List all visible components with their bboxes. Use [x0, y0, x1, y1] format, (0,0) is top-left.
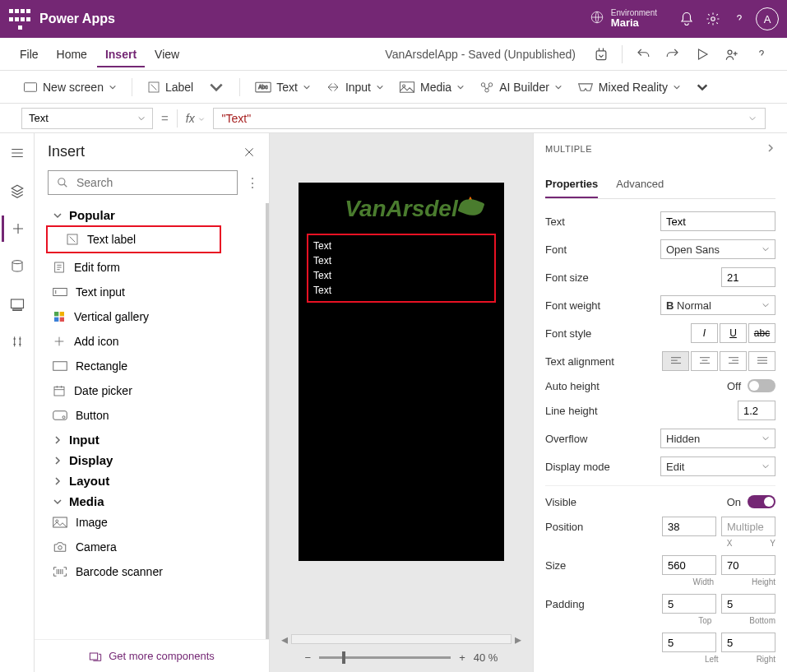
menu-home[interactable]: Home — [49, 41, 95, 67]
prop-text-input[interactable] — [660, 211, 775, 231]
text-dropdown[interactable]: Abc Text — [250, 77, 316, 97]
menu-insert[interactable]: Insert — [97, 41, 145, 67]
group-layout[interactable]: Layout — [35, 469, 266, 489]
undo-icon[interactable] — [629, 40, 657, 68]
svg-rect-14 — [12, 309, 21, 311]
ribbon-overflow-icon[interactable] — [691, 77, 714, 97]
help-icon[interactable] — [726, 6, 752, 32]
prop-x-input[interactable] — [662, 517, 716, 536]
item-vertical-gallery[interactable]: Vertical gallery — [35, 304, 266, 329]
media-panel-icon[interactable] — [2, 291, 33, 317]
selection-name: MULTIPLE — [545, 144, 592, 154]
prop-pad-top-input[interactable] — [662, 594, 716, 614]
help-question-icon[interactable] — [748, 40, 775, 68]
group-popular[interactable]: Popular — [35, 203, 266, 224]
prop-fontsize-input[interactable] — [721, 267, 775, 287]
expand-properties-icon[interactable] — [766, 143, 775, 155]
tab-advanced[interactable]: Advanced — [616, 173, 664, 198]
selected-labels-group[interactable]: Text Text Text Text — [307, 234, 496, 303]
svg-rect-13 — [11, 299, 23, 308]
prop-lineheight-input[interactable] — [738, 401, 775, 420]
app-checker-icon[interactable] — [587, 40, 615, 68]
menu-file[interactable]: File — [12, 41, 47, 67]
canvas-text-4[interactable]: Text — [313, 283, 489, 298]
visible-toggle[interactable] — [748, 495, 775, 508]
item-text-label[interactable]: Text label — [48, 227, 220, 252]
user-avatar[interactable]: A — [756, 7, 779, 30]
prop-width-input[interactable] — [662, 555, 716, 575]
prop-fontweight-dropdown[interactable]: B Normal — [660, 295, 775, 315]
panel-more-icon[interactable]: ⋮ — [246, 175, 259, 191]
tools-icon[interactable] — [2, 329, 33, 355]
media-dropdown[interactable]: Media — [394, 77, 470, 97]
group-input[interactable]: Input — [35, 428, 266, 448]
search-input[interactable] — [48, 170, 238, 195]
input-dropdown[interactable]: Input — [321, 77, 389, 97]
insert-items: Popular Text label Edit form Text input … — [35, 203, 269, 639]
tree-view-icon[interactable] — [2, 140, 33, 166]
auto-height-toggle[interactable] — [748, 379, 775, 392]
item-button[interactable]: Button — [35, 403, 266, 428]
italic-button[interactable]: I — [691, 323, 718, 343]
properties-panel: MULTIPLE Properties Advanced Text Font O… — [533, 133, 787, 672]
zoom-slider[interactable] — [319, 656, 451, 659]
item-text-input[interactable]: Text input — [35, 280, 266, 304]
font-style-buttons: I U abc — [691, 323, 775, 343]
strike-button[interactable]: abc — [748, 323, 775, 343]
formula-input[interactable]: "Text" — [213, 108, 766, 129]
underline-button[interactable]: U — [720, 323, 747, 343]
menu-view[interactable]: View — [146, 41, 187, 67]
data-icon[interactable] — [2, 253, 33, 280]
tab-properties[interactable]: Properties — [545, 173, 598, 198]
get-more-components[interactable]: Get more components — [35, 639, 269, 672]
prop-displaymode-dropdown[interactable]: Edit — [660, 456, 775, 476]
svg-rect-19 — [54, 312, 58, 316]
item-camera[interactable]: Camera — [35, 535, 266, 559]
prop-pad-left-input[interactable] — [662, 633, 716, 652]
canvas-text-1[interactable]: Text — [313, 239, 489, 253]
property-selector[interactable]: Text — [21, 108, 153, 129]
prop-overflow-dropdown[interactable]: Hidden — [660, 429, 775, 448]
settings-gear-icon[interactable] — [700, 6, 726, 32]
share-icon[interactable] — [718, 40, 746, 68]
align-center-icon[interactable] — [691, 351, 718, 371]
app-launcher-icon[interactable] — [8, 7, 31, 30]
zoom-control[interactable]: − + 40 % — [278, 646, 525, 669]
item-add-icon[interactable]: Add icon — [35, 329, 266, 354]
svg-point-12 — [12, 261, 22, 264]
close-icon[interactable] — [243, 146, 256, 159]
environment-picker[interactable]: Environment Maria — [590, 8, 674, 29]
group-display[interactable]: Display — [35, 448, 266, 469]
group-media[interactable]: Media — [35, 489, 266, 510]
align-left-icon[interactable] — [662, 351, 689, 371]
item-edit-form[interactable]: Edit form — [35, 255, 266, 280]
prop-height-input[interactable] — [721, 555, 775, 575]
prop-pad-right-input[interactable] — [721, 633, 775, 652]
canvas[interactable]: VanArsdel▲ Text Text Text Text ◂▸ − + 40… — [270, 133, 533, 672]
item-barcode-scanner[interactable]: Barcode scanner — [35, 559, 266, 584]
canvas-text-3[interactable]: Text — [313, 268, 489, 283]
item-image[interactable]: Image — [35, 510, 266, 535]
label-button[interactable]: Label — [142, 76, 229, 99]
align-right-icon[interactable] — [720, 351, 747, 371]
prop-font-dropdown[interactable]: Open Sans — [660, 239, 775, 259]
svg-rect-23 — [53, 362, 67, 371]
layers-icon[interactable] — [2, 178, 33, 204]
insert-plus-icon[interactable] — [2, 216, 33, 242]
item-rectangle[interactable]: Rectangle — [35, 354, 266, 378]
canvas-text-2[interactable]: Text — [313, 253, 489, 268]
prop-pad-bottom-input[interactable] — [721, 594, 775, 614]
notifications-icon[interactable] — [674, 6, 700, 32]
item-date-picker[interactable]: Date picker — [35, 378, 266, 403]
mixed-reality-dropdown[interactable]: Mixed Reality — [572, 77, 686, 97]
redo-icon[interactable] — [659, 40, 687, 68]
svg-rect-30 — [90, 653, 98, 660]
play-preview-icon[interactable] — [688, 40, 716, 68]
new-screen-button[interactable]: New screen — [18, 77, 122, 97]
canvas-horizontal-scrollbar[interactable]: ◂▸ — [278, 634, 525, 644]
align-justify-icon[interactable] — [748, 351, 775, 371]
prop-y-input[interactable] — [721, 517, 775, 536]
device-preview[interactable]: VanArsdel▲ Text Text Text Text — [299, 183, 504, 561]
equals-sign: = — [161, 111, 169, 125]
ai-builder-dropdown[interactable]: AI Builder — [475, 77, 567, 97]
